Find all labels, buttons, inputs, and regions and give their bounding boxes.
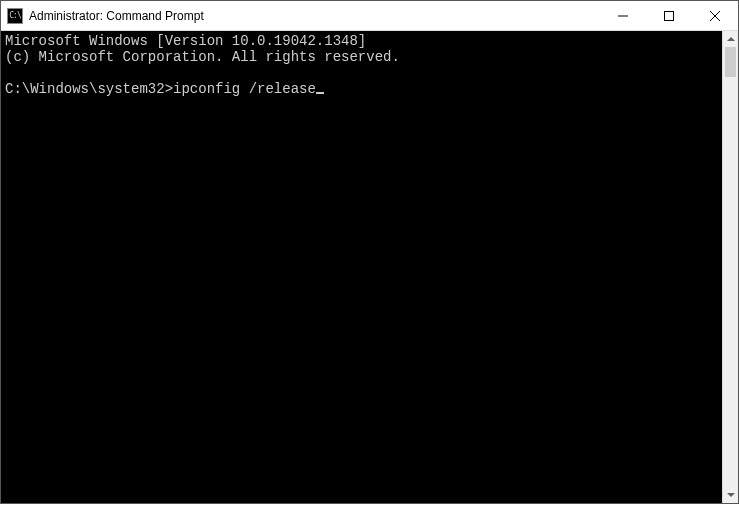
- terminal-output[interactable]: Microsoft Windows [Version 10.0.19042.13…: [1, 31, 722, 503]
- window-controls: [600, 1, 738, 30]
- command-prompt-window: C:\ Administrator: Command Prompt Micros…: [0, 0, 739, 504]
- chevron-up-icon: [727, 37, 735, 41]
- svg-marker-5: [727, 493, 735, 497]
- scroll-track[interactable]: [723, 47, 738, 487]
- maximize-icon: [664, 11, 674, 21]
- scroll-thumb[interactable]: [725, 47, 736, 77]
- titlebar-left: C:\ Administrator: Command Prompt: [1, 8, 600, 24]
- cmd-icon: C:\: [7, 8, 23, 24]
- titlebar[interactable]: C:\ Administrator: Command Prompt: [1, 1, 738, 31]
- svg-marker-4: [727, 37, 735, 41]
- svg-rect-1: [665, 11, 674, 20]
- minimize-icon: [618, 11, 628, 21]
- minimize-button[interactable]: [600, 1, 646, 30]
- prompt-text: C:\Windows\system32>: [5, 81, 173, 97]
- client-area: Microsoft Windows [Version 10.0.19042.13…: [1, 31, 738, 503]
- vertical-scrollbar[interactable]: [722, 31, 738, 503]
- chevron-down-icon: [727, 493, 735, 497]
- window-title: Administrator: Command Prompt: [29, 9, 204, 23]
- close-icon: [710, 11, 720, 21]
- copyright-line: (c) Microsoft Corporation. All rights re…: [5, 49, 400, 65]
- scroll-down-button[interactable]: [723, 487, 738, 503]
- text-cursor: [316, 92, 324, 94]
- prompt-line: C:\Windows\system32>ipconfig /release: [5, 81, 324, 97]
- scroll-up-button[interactable]: [723, 31, 738, 47]
- version-line: Microsoft Windows [Version 10.0.19042.13…: [5, 33, 366, 49]
- command-input[interactable]: ipconfig /release: [173, 81, 316, 97]
- maximize-button[interactable]: [646, 1, 692, 30]
- close-button[interactable]: [692, 1, 738, 30]
